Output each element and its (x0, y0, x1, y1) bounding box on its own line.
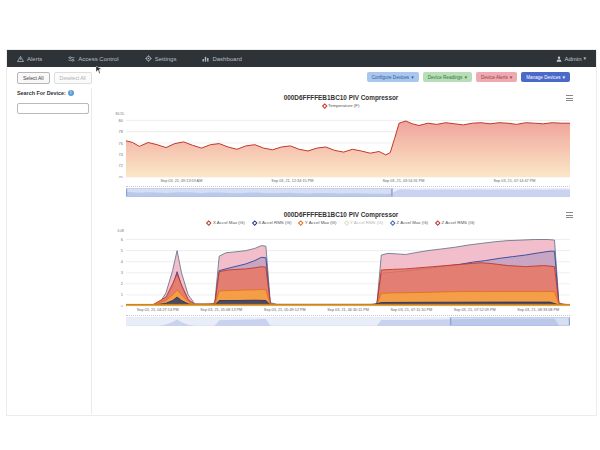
info-icon[interactable]: i (68, 90, 74, 96)
legend-item[interactable]: Z Accel Max (G) (391, 220, 428, 225)
configure-devices-button[interactable]: Configure Devices▾ (367, 72, 419, 82)
x-axis-label: Sep 03, 21, 07:14:47 PM (493, 179, 535, 183)
svg-text:80: 80 (119, 118, 124, 123)
x-axis-labels: Sep 03, 21, 09:13:59 AMSep 03, 21, 12:34… (126, 179, 570, 183)
chevron-down-icon: ▾ (583, 56, 586, 61)
nav-item-label: Settings (155, 56, 177, 62)
svg-text:6.08: 6.08 (117, 229, 124, 233)
access-control-icon (68, 56, 75, 62)
search-label: Search For Device: (17, 90, 66, 96)
x-axis-label: Sep 03, 21, 07:11:10 PM (390, 308, 432, 312)
x-axis-label: Sep 03, 21, 09:13:59 AM (161, 179, 203, 183)
user-menu[interactable]: Admin ▾ (556, 56, 586, 62)
svg-text:72: 72 (119, 163, 124, 168)
legend-label: Y Accel Max (G) (305, 220, 337, 225)
device-alerts-button[interactable]: Device Alerts▾ (476, 72, 517, 82)
x-axis-label: Sep 03, 21, 03:54:31 PM (382, 179, 424, 183)
mouse-cursor-icon (96, 66, 102, 74)
x-axis-label: Sep 03, 21, 05:08:13 PM (200, 308, 242, 312)
manage-devices-button[interactable]: Manage Devices▾ (521, 72, 570, 82)
chart-plot-area[interactable]: 65432106.08 (106, 227, 576, 307)
page: Alerts Access Control Settings Dashboard… (0, 0, 600, 450)
svg-text:2: 2 (121, 281, 124, 286)
chart-title: 000D6FFFFEB1BC10 PIV Compressor (106, 94, 576, 101)
legend-label: Z Accel Max (G) (397, 220, 428, 225)
temperature-chart: 000D6FFFFEB1BC10 PIV Compressor Temperat… (106, 94, 576, 197)
legend-item[interactable]: Y Accel Max (G) (299, 220, 336, 225)
selection-buttons: Select All Deselect All (17, 72, 92, 84)
legend-label: X Accel RMS (G) (258, 220, 291, 225)
chevron-down-icon: ▾ (464, 75, 467, 80)
search-input[interactable] (17, 103, 89, 114)
legend-label: Z Accel RMS (G) (442, 220, 475, 225)
legend-marker-icon (344, 220, 349, 225)
chart-legend: Temperature (F) (106, 103, 576, 108)
chart-title: 000D6FFFFEB1BC10 PIV Compressor (106, 211, 576, 218)
svg-text:78: 78 (119, 129, 124, 134)
chevron-down-icon: ▾ (411, 75, 414, 80)
svg-text:0: 0 (121, 304, 124, 308)
button-label: Configure Devices (372, 75, 410, 80)
svg-text:70: 70 (119, 175, 124, 179)
legend-label: Y Accel RMS (G) (350, 220, 383, 225)
nav-item-settings[interactable]: Settings (145, 55, 177, 62)
legend-marker-icon (390, 220, 395, 225)
x-axis-label: Sep 03, 21, 04:27:14 PM (137, 308, 179, 312)
nav-item-label: Dashboard (212, 56, 241, 62)
alert-triangle-icon (17, 56, 24, 62)
legend-label: Temperature (F) (328, 103, 359, 108)
chart-plot-area[interactable]: 80787674727080.55 (106, 110, 576, 178)
svg-text:80.55: 80.55 (116, 112, 125, 116)
legend-item[interactable]: Z Accel RMS (G) (436, 220, 474, 225)
legend-marker-icon (322, 103, 327, 108)
x-axis-label: Sep 03, 21, 07:52:09 PM (454, 308, 496, 312)
chevron-down-icon: ▾ (562, 75, 565, 80)
svg-text:76: 76 (119, 141, 124, 146)
navbar: Alerts Access Control Settings Dashboard… (7, 50, 596, 67)
gear-icon (145, 55, 152, 62)
nav-item-label: Alerts (27, 56, 42, 62)
svg-text:6: 6 (121, 237, 124, 242)
chevron-down-icon: ▾ (510, 75, 513, 80)
legend-label: X Accel Max (G) (213, 220, 245, 225)
svg-text:74: 74 (119, 152, 124, 157)
nav-item-alerts[interactable]: Alerts (17, 56, 42, 62)
x-axis-labels: Sep 03, 21, 04:27:14 PMSep 03, 21, 05:08… (126, 308, 570, 312)
charts-panel: 000D6FFFFEB1BC10 PIV Compressor Temperat… (91, 88, 596, 414)
chart-menu-icon[interactable] (566, 95, 574, 103)
nav-item-access-control[interactable]: Access Control (68, 56, 118, 62)
legend-marker-icon (435, 220, 440, 225)
nav-item-label: Access Control (78, 56, 118, 62)
legend-item[interactable]: X Accel RMS (G) (253, 220, 292, 225)
x-axis-label: Sep 03, 21, 06:30:11 PM (327, 308, 369, 312)
x-axis-label: Sep 03, 21, 12:34:15 PM (271, 179, 313, 183)
deselect-all-button[interactable]: Deselect All (54, 72, 92, 84)
person-icon (556, 56, 562, 62)
select-all-button[interactable]: Select All (17, 72, 50, 84)
legend-marker-icon (207, 220, 212, 225)
device-action-buttons: Configure Devices▾ Device Readings▾ Devi… (367, 72, 570, 82)
chart-menu-icon[interactable] (566, 212, 574, 220)
user-label: Admin (564, 56, 581, 62)
acceleration-chart: 000D6FFFFEB1BC10 PIV Compressor X Accel … (106, 211, 576, 326)
nav-item-dashboard[interactable]: Dashboard (202, 56, 241, 62)
legend-marker-icon (299, 220, 304, 225)
svg-text:4: 4 (121, 259, 124, 264)
legend-item[interactable]: X Accel Max (G) (207, 220, 244, 225)
device-readings-button[interactable]: Device Readings▾ (423, 72, 472, 82)
app-window: Alerts Access Control Settings Dashboard… (7, 50, 596, 415)
svg-text:5: 5 (121, 248, 124, 253)
legend-item[interactable]: Y Accel RMS (G) (345, 220, 384, 225)
svg-text:1: 1 (121, 292, 124, 297)
chart-legend: X Accel Max (G)X Accel RMS (G)Y Accel Ma… (106, 220, 576, 225)
button-label: Device Alerts (481, 75, 508, 80)
main-content: Search For Device: i 000D6FFFFEB1BC10 PI… (7, 88, 596, 414)
x-axis-label: Sep 03, 21, 08:33:08 PM (517, 308, 559, 312)
navigator[interactable] (126, 186, 570, 197)
navigator[interactable] (126, 315, 570, 326)
svg-text:3: 3 (121, 270, 124, 275)
legend-item[interactable]: Temperature (F) (323, 103, 360, 108)
bar-chart-icon (202, 56, 209, 62)
button-label: Manage Devices (526, 75, 560, 80)
device-search-panel: Search For Device: i (7, 88, 91, 414)
